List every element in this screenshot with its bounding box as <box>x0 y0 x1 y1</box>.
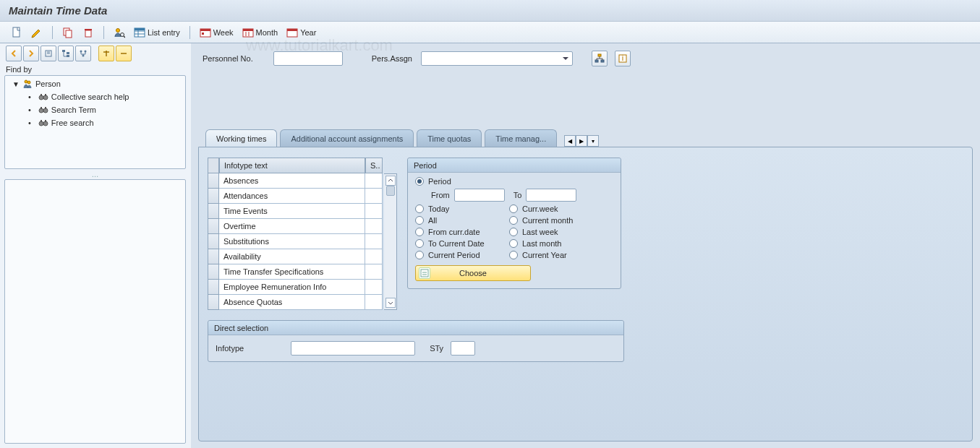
personnel-no-input[interactable] <box>273 51 343 66</box>
tab-scroll-right-button[interactable]: ▶ <box>576 135 587 147</box>
period-radio-all[interactable]: All <box>415 216 509 225</box>
arrow-left-icon <box>9 49 18 58</box>
tab-time-quotas[interactable]: Time quotas <box>417 129 482 147</box>
period-radio-curr_week[interactable]: Curr.week <box>509 204 618 213</box>
period-to-input[interactable] <box>526 189 576 202</box>
tab-working-times[interactable]: Working times <box>205 129 277 147</box>
row-selector[interactable] <box>208 204 219 219</box>
row-selector[interactable] <box>208 189 219 204</box>
nav-tree-button[interactable] <box>58 46 74 61</box>
month-button[interactable]: Month <box>239 25 282 40</box>
radio-icon[interactable] <box>509 228 518 236</box>
year-button[interactable]: Year <box>283 25 320 40</box>
row-selector[interactable] <box>208 173 219 189</box>
svg-rect-21 <box>287 29 297 31</box>
table-row[interactable]: Absence Quotas <box>208 295 384 310</box>
radio-icon[interactable] <box>415 177 424 186</box>
list-entry-button[interactable]: List entry <box>130 25 184 40</box>
table-row[interactable]: Time Events <box>208 204 384 219</box>
period-radio-last_month[interactable]: Last month <box>509 239 618 248</box>
period-from-input[interactable] <box>454 189 505 202</box>
create-button[interactable] <box>7 25 26 40</box>
radio-icon[interactable] <box>415 251 424 259</box>
week-button[interactable]: Week <box>196 25 237 40</box>
nav-expand-button[interactable] <box>98 46 114 61</box>
arrow-right-icon <box>27 49 35 58</box>
choose-button[interactable]: Choose <box>415 265 531 281</box>
table-scrollbar[interactable] <box>384 173 397 310</box>
table-row[interactable]: Availability <box>208 249 384 264</box>
overview-button[interactable] <box>110 25 129 40</box>
status-cell <box>365 249 383 264</box>
chevron-up-icon <box>388 178 393 184</box>
tree-node-collective-search[interactable]: Collective search help <box>28 90 182 103</box>
infotype-input[interactable] <box>291 341 415 356</box>
row-selector[interactable] <box>208 249 219 264</box>
status-cell <box>365 189 383 204</box>
tab-list-button[interactable]: ▾ <box>587 135 599 147</box>
select-all-header[interactable] <box>208 158 219 173</box>
change-button[interactable] <box>27 25 46 40</box>
delete-button[interactable] <box>79 25 98 40</box>
radio-icon[interactable] <box>415 204 424 213</box>
tab-scroll-left-button[interactable]: ◀ <box>564 135 576 147</box>
row-selector[interactable] <box>208 234 219 249</box>
table-row[interactable]: Overtime <box>208 219 384 234</box>
radio-icon[interactable] <box>415 228 424 236</box>
period-radio-last_week[interactable]: Last week <box>509 228 618 236</box>
left-panel: Find by ▼ Person Collective search help … <box>0 43 191 448</box>
period-radio-today[interactable]: Today <box>415 204 509 213</box>
tree-node-person[interactable]: ▼ Person <box>12 77 182 90</box>
period-radio-period[interactable]: Period <box>415 177 451 186</box>
tree-node-free-search[interactable]: Free search <box>28 116 182 129</box>
table-row[interactable]: Attendances <box>208 189 384 204</box>
nav-detail-button[interactable] <box>41 46 56 61</box>
find-by-label: Find by <box>0 64 190 75</box>
svg-rect-4 <box>85 29 92 30</box>
row-selector[interactable] <box>208 295 219 310</box>
row-selector[interactable] <box>208 219 219 234</box>
row-selector[interactable] <box>208 264 219 280</box>
svg-text:i: i <box>622 53 623 62</box>
table-row[interactable]: Employee Remuneration Info <box>208 280 384 295</box>
assignment-details-button[interactable]: i <box>615 51 631 66</box>
scroll-up-button[interactable] <box>385 176 396 186</box>
tree-node-search-term[interactable]: Search Term <box>28 103 182 116</box>
radio-icon[interactable] <box>509 216 518 225</box>
copy-button[interactable] <box>59 25 77 40</box>
pers-assgn-select[interactable] <box>421 51 573 66</box>
scroll-thumb[interactable] <box>386 186 395 196</box>
table-row[interactable]: Substitutions <box>208 234 384 249</box>
nav-collapse-button[interactable] <box>116 46 132 61</box>
row-selector[interactable] <box>208 280 219 295</box>
radio-label: From curr.date <box>428 228 480 236</box>
infotype-text-header[interactable]: Infotype text <box>219 158 365 173</box>
separator <box>52 26 53 39</box>
period-radio-curr_month[interactable]: Current month <box>509 216 618 225</box>
sty-input[interactable] <box>451 341 475 356</box>
tab-time-management[interactable]: Time manag... <box>485 129 557 147</box>
nav-structure-button[interactable] <box>75 46 91 61</box>
period-radio-curr_year[interactable]: Current Year <box>509 251 618 259</box>
org-assignment-button[interactable] <box>592 51 608 66</box>
horizontal-splitter[interactable] <box>0 172 190 176</box>
status-column-header[interactable]: S.. <box>365 158 383 173</box>
tree-toggle-icon[interactable]: ▼ <box>12 80 20 88</box>
collapse-icon <box>119 49 128 58</box>
svg-rect-15 <box>202 33 204 35</box>
scroll-down-button[interactable] <box>385 298 396 308</box>
radio-icon[interactable] <box>509 204 518 213</box>
radio-icon[interactable] <box>509 251 518 259</box>
table-row[interactable]: Absences <box>208 173 384 189</box>
table-row[interactable]: Time Transfer Specifications <box>208 264 384 280</box>
org-icon <box>595 53 605 64</box>
period-radio-to_curr[interactable]: To Current Date <box>415 239 509 248</box>
radio-icon[interactable] <box>415 239 424 248</box>
period-radio-curr_period[interactable]: Current Period <box>415 251 509 259</box>
tab-additional-assignments[interactable]: Additional account assignments <box>280 129 414 147</box>
nav-forward-button[interactable] <box>23 46 39 61</box>
radio-icon[interactable] <box>415 216 424 225</box>
radio-icon[interactable] <box>509 239 518 248</box>
nav-back-button[interactable] <box>6 46 22 61</box>
period-radio-from_curr[interactable]: From curr.date <box>415 228 509 236</box>
